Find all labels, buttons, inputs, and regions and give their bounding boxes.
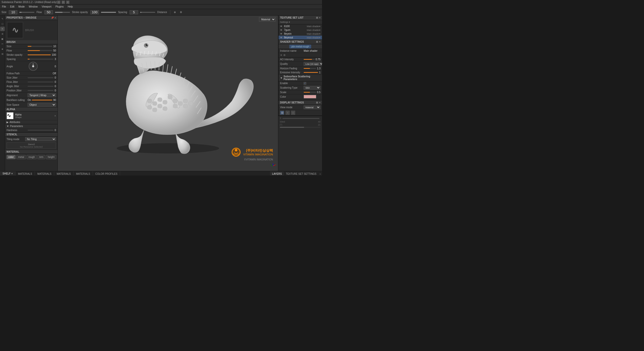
- menu-edit[interactable]: Edit: [9, 5, 15, 8]
- quality-dropdown[interactable]: Low (16 spp): [304, 62, 322, 66]
- ts-row-8eyein[interactable]: 👁 8eyein Main shader▾: [279, 32, 322, 36]
- display-icon-image[interactable]: 🖼: [280, 111, 284, 115]
- flow-prop-slider[interactable]: [28, 49, 52, 52]
- emissive-intensity-slider[interactable]: [304, 72, 318, 73]
- size-prop-slider[interactable]: [28, 45, 52, 48]
- menu-help[interactable]: Help: [67, 5, 74, 8]
- menu-viewport[interactable]: Viewport: [41, 5, 52, 8]
- ts-row-7gum[interactable]: 👁 7gum Main shader▾: [279, 28, 322, 32]
- ts-shader-6100[interactable]: Main shader▾: [307, 25, 320, 28]
- position-jitter-value: 0: [55, 89, 56, 92]
- size-jitter-slider[interactable]: [28, 76, 53, 79]
- eye-icon-7gum[interactable]: 👁: [280, 29, 283, 31]
- ts-row-6100[interactable]: 👁 6100 Main shader▾: [279, 24, 322, 28]
- flow-slider[interactable]: [55, 12, 70, 13]
- channel-height[interactable]: height: [46, 155, 56, 159]
- tab-materials-4[interactable]: MATERIALS: [74, 171, 93, 176]
- minimize-button[interactable]: ─: [57, 1, 61, 4]
- eye-icon-6100[interactable]: 👁: [280, 25, 283, 28]
- position-jitter-slider[interactable]: [28, 89, 53, 92]
- stroke-opacity-slider[interactable]: [101, 12, 116, 13]
- viewport[interactable]: Material: [58, 16, 278, 171]
- size-input[interactable]: 10: [9, 10, 17, 14]
- expand-shader-icon[interactable]: ⊞: [316, 40, 318, 43]
- layers-close-icon[interactable]: ×: [318, 172, 322, 176]
- channel-nrm[interactable]: nrm: [37, 155, 45, 159]
- tool-erase[interactable]: ◻: [0, 22, 5, 26]
- tab-shelf[interactable]: SHELF ×: [0, 171, 16, 176]
- tab-materials-3[interactable]: MATERIALS: [54, 171, 74, 176]
- expand-display-icon[interactable]: ⊞: [316, 101, 318, 104]
- tab-color-profiles[interactable]: COLOR PROFILES: [93, 171, 120, 176]
- backface-culling-slider[interactable]: [32, 98, 52, 101]
- horizon-fading-slider[interactable]: [304, 68, 316, 69]
- shader-icon-1[interactable]: ☀: [280, 54, 282, 56]
- enable-checkbox[interactable]: ✓: [304, 82, 306, 85]
- flow-jitter-slider[interactable]: [28, 80, 53, 83]
- lock-icon[interactable]: ⊕: [173, 10, 177, 14]
- tool-fill[interactable]: ▣: [0, 37, 5, 41]
- ts-row-8eyeout[interactable]: 👁 8eyeout Main shader▾: [279, 36, 322, 39]
- angle-dial[interactable]: [29, 62, 38, 71]
- flow-jitter-value: 0: [55, 81, 56, 83]
- channel-metal[interactable]: metal: [16, 155, 26, 159]
- eye-icon-8eyein[interactable]: 👁: [280, 33, 283, 35]
- menu-mode[interactable]: Mode: [17, 5, 26, 8]
- spacing-input[interactable]: 5: [130, 10, 138, 14]
- eye-icon-8eyeout[interactable]: 👁: [280, 36, 283, 39]
- alignment-dropdown[interactable]: Tangent | Wrap: [28, 93, 56, 97]
- tool-clone[interactable]: ⊕: [0, 32, 5, 36]
- view-mode-select[interactable]: Material: [304, 105, 320, 109]
- channel-color[interactable]: color: [7, 155, 16, 159]
- tab-materials-2[interactable]: MATERIALS: [35, 171, 54, 176]
- tiling-mode-dropdown[interactable]: No Tiling: [25, 137, 56, 141]
- scale-slider[interactable]: [304, 92, 316, 93]
- parameters-header[interactable]: ▼ Parameters: [5, 124, 58, 128]
- display-icon-sphere[interactable]: ○: [286, 111, 290, 115]
- size-slider[interactable]: [19, 12, 34, 13]
- shader-icon-2[interactable]: ⚙: [283, 54, 286, 56]
- tab-layers[interactable]: LAYERS: [270, 171, 284, 176]
- menu-file[interactable]: File: [1, 5, 7, 8]
- close-button[interactable]: ×: [66, 1, 70, 4]
- emissive-intensity-row: Emissive Intensity 1: [279, 71, 322, 75]
- tab-materials-1[interactable]: MATERIALS: [16, 171, 35, 176]
- panel-close-icon[interactable]: ×: [55, 17, 56, 19]
- ts-shader-8eyeout[interactable]: Main shader▾: [307, 36, 320, 39]
- close-ts-icon[interactable]: ×: [319, 16, 320, 19]
- tool-smudge[interactable]: ~: [0, 27, 5, 31]
- spacing-slider[interactable]: [140, 12, 155, 13]
- stroke-opacity-prop-slider[interactable]: [28, 53, 51, 56]
- subsurface-header[interactable]: ▼ Subsurface Scattering Parameters: [279, 75, 322, 81]
- tool-transform[interactable]: ⊞: [0, 52, 5, 56]
- attributes-header[interactable]: ▶ Attributes: [5, 120, 58, 124]
- close-shader-icon[interactable]: ×: [319, 40, 320, 43]
- tool-picker[interactable]: ✂: [0, 42, 5, 46]
- settings-label[interactable]: Settings ▾: [280, 21, 290, 23]
- alpha-close-icon[interactable]: ×: [55, 114, 56, 117]
- tool-selection[interactable]: ◈: [0, 47, 5, 51]
- ts-shader-7gum[interactable]: Main shader▾: [307, 29, 320, 31]
- angle-jitter-slider[interactable]: [28, 85, 53, 88]
- ao-intensity-slider[interactable]: [304, 59, 315, 60]
- size-space-dropdown[interactable]: Object: [28, 103, 56, 107]
- channel-rough[interactable]: rough: [27, 155, 37, 159]
- expand-icon[interactable]: ⊞: [316, 16, 318, 19]
- panel-pin-icon[interactable]: 📌: [51, 17, 54, 19]
- menu-window[interactable]: Window: [28, 5, 39, 8]
- stroke-opacity-input[interactable]: 100: [90, 10, 99, 14]
- ts-shader-8eyein[interactable]: Main shader▾: [307, 33, 320, 35]
- spacing-prop-slider[interactable]: [28, 57, 53, 61]
- settings-icon[interactable]: ⚙: [179, 10, 183, 14]
- shader-name[interactable]: pbr-metal-rough: [289, 45, 311, 48]
- maximize-button[interactable]: □: [62, 1, 65, 4]
- tool-paint[interactable]: ✎: [0, 17, 5, 21]
- hardness-slider[interactable]: [28, 129, 53, 132]
- flow-input[interactable]: 50: [44, 10, 53, 14]
- scattering-type-dropdown[interactable]: Skin: [304, 86, 320, 90]
- display-icon-cube[interactable]: □: [291, 111, 295, 115]
- menu-plugins[interactable]: Plugins: [55, 5, 65, 8]
- tab-texture-set-settings[interactable]: TEXTURE SET SETTINGS: [284, 171, 318, 176]
- close-display-icon[interactable]: ×: [319, 101, 320, 104]
- subsurface-color-swatch[interactable]: [304, 95, 316, 98]
